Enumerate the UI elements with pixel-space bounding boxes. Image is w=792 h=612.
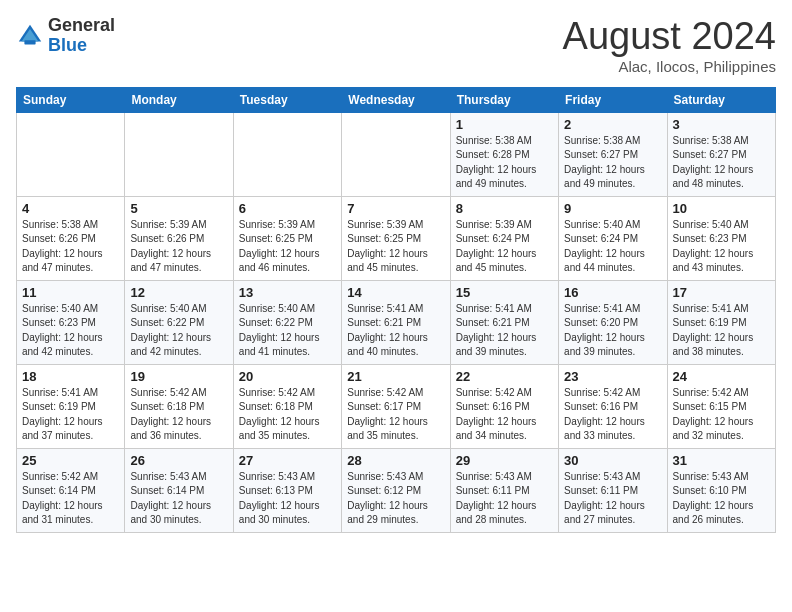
- day-info: Sunrise: 5:38 AM Sunset: 6:28 PM Dayligh…: [456, 134, 553, 192]
- day-number: 15: [456, 285, 553, 300]
- day-info: Sunrise: 5:39 AM Sunset: 6:26 PM Dayligh…: [130, 218, 227, 276]
- calendar-cell: 12Sunrise: 5:40 AM Sunset: 6:22 PM Dayli…: [125, 280, 233, 364]
- day-info: Sunrise: 5:40 AM Sunset: 6:24 PM Dayligh…: [564, 218, 661, 276]
- day-number: 18: [22, 369, 119, 384]
- calendar-cell: 26Sunrise: 5:43 AM Sunset: 6:14 PM Dayli…: [125, 448, 233, 532]
- day-info: Sunrise: 5:42 AM Sunset: 6:17 PM Dayligh…: [347, 386, 444, 444]
- day-info: Sunrise: 5:43 AM Sunset: 6:11 PM Dayligh…: [456, 470, 553, 528]
- day-info: Sunrise: 5:43 AM Sunset: 6:10 PM Dayligh…: [673, 470, 770, 528]
- day-number: 27: [239, 453, 336, 468]
- day-info: Sunrise: 5:38 AM Sunset: 6:27 PM Dayligh…: [673, 134, 770, 192]
- calendar-cell: [233, 112, 341, 196]
- logo-blue-text: Blue: [48, 36, 115, 56]
- day-number: 10: [673, 201, 770, 216]
- day-info: Sunrise: 5:43 AM Sunset: 6:14 PM Dayligh…: [130, 470, 227, 528]
- calendar-cell: 27Sunrise: 5:43 AM Sunset: 6:13 PM Dayli…: [233, 448, 341, 532]
- title-block: August 2024 Alac, Ilocos, Philippines: [563, 16, 776, 75]
- day-number: 13: [239, 285, 336, 300]
- calendar-cell: 21Sunrise: 5:42 AM Sunset: 6:17 PM Dayli…: [342, 364, 450, 448]
- day-info: Sunrise: 5:41 AM Sunset: 6:19 PM Dayligh…: [673, 302, 770, 360]
- day-number: 1: [456, 117, 553, 132]
- day-info: Sunrise: 5:43 AM Sunset: 6:12 PM Dayligh…: [347, 470, 444, 528]
- week-row-3: 11Sunrise: 5:40 AM Sunset: 6:23 PM Dayli…: [17, 280, 776, 364]
- day-info: Sunrise: 5:41 AM Sunset: 6:20 PM Dayligh…: [564, 302, 661, 360]
- calendar-cell: 31Sunrise: 5:43 AM Sunset: 6:10 PM Dayli…: [667, 448, 775, 532]
- calendar-cell: 13Sunrise: 5:40 AM Sunset: 6:22 PM Dayli…: [233, 280, 341, 364]
- calendar-cell: 5Sunrise: 5:39 AM Sunset: 6:26 PM Daylig…: [125, 196, 233, 280]
- day-number: 16: [564, 285, 661, 300]
- week-row-1: 1Sunrise: 5:38 AM Sunset: 6:28 PM Daylig…: [17, 112, 776, 196]
- calendar-cell: 25Sunrise: 5:42 AM Sunset: 6:14 PM Dayli…: [17, 448, 125, 532]
- day-number: 2: [564, 117, 661, 132]
- day-number: 24: [673, 369, 770, 384]
- day-info: Sunrise: 5:40 AM Sunset: 6:23 PM Dayligh…: [22, 302, 119, 360]
- day-info: Sunrise: 5:38 AM Sunset: 6:27 PM Dayligh…: [564, 134, 661, 192]
- calendar-cell: 29Sunrise: 5:43 AM Sunset: 6:11 PM Dayli…: [450, 448, 558, 532]
- page-header: General Blue August 2024 Alac, Ilocos, P…: [16, 16, 776, 75]
- week-row-2: 4Sunrise: 5:38 AM Sunset: 6:26 PM Daylig…: [17, 196, 776, 280]
- calendar-cell: 30Sunrise: 5:43 AM Sunset: 6:11 PM Dayli…: [559, 448, 667, 532]
- day-number: 21: [347, 369, 444, 384]
- calendar-cell: 15Sunrise: 5:41 AM Sunset: 6:21 PM Dayli…: [450, 280, 558, 364]
- day-info: Sunrise: 5:42 AM Sunset: 6:18 PM Dayligh…: [130, 386, 227, 444]
- day-info: Sunrise: 5:39 AM Sunset: 6:25 PM Dayligh…: [347, 218, 444, 276]
- calendar-cell: 4Sunrise: 5:38 AM Sunset: 6:26 PM Daylig…: [17, 196, 125, 280]
- calendar-cell: 23Sunrise: 5:42 AM Sunset: 6:16 PM Dayli…: [559, 364, 667, 448]
- calendar-cell: 18Sunrise: 5:41 AM Sunset: 6:19 PM Dayli…: [17, 364, 125, 448]
- week-row-4: 18Sunrise: 5:41 AM Sunset: 6:19 PM Dayli…: [17, 364, 776, 448]
- day-number: 22: [456, 369, 553, 384]
- day-info: Sunrise: 5:42 AM Sunset: 6:18 PM Dayligh…: [239, 386, 336, 444]
- day-number: 12: [130, 285, 227, 300]
- day-info: Sunrise: 5:40 AM Sunset: 6:23 PM Dayligh…: [673, 218, 770, 276]
- day-number: 25: [22, 453, 119, 468]
- day-info: Sunrise: 5:41 AM Sunset: 6:21 PM Dayligh…: [347, 302, 444, 360]
- calendar-cell: 11Sunrise: 5:40 AM Sunset: 6:23 PM Dayli…: [17, 280, 125, 364]
- calendar-cell: 24Sunrise: 5:42 AM Sunset: 6:15 PM Dayli…: [667, 364, 775, 448]
- calendar-cell: 17Sunrise: 5:41 AM Sunset: 6:19 PM Dayli…: [667, 280, 775, 364]
- day-number: 11: [22, 285, 119, 300]
- day-number: 19: [130, 369, 227, 384]
- weekday-header-thursday: Thursday: [450, 87, 558, 112]
- day-number: 30: [564, 453, 661, 468]
- calendar-cell: [125, 112, 233, 196]
- calendar-cell: [17, 112, 125, 196]
- weekday-header-sunday: Sunday: [17, 87, 125, 112]
- day-number: 6: [239, 201, 336, 216]
- day-info: Sunrise: 5:42 AM Sunset: 6:16 PM Dayligh…: [456, 386, 553, 444]
- day-number: 3: [673, 117, 770, 132]
- logo-general-text: General: [48, 16, 115, 36]
- weekday-header-tuesday: Tuesday: [233, 87, 341, 112]
- calendar-cell: 10Sunrise: 5:40 AM Sunset: 6:23 PM Dayli…: [667, 196, 775, 280]
- logo-icon: [16, 22, 44, 50]
- weekday-header-friday: Friday: [559, 87, 667, 112]
- calendar-cell: [342, 112, 450, 196]
- weekday-header-wednesday: Wednesday: [342, 87, 450, 112]
- day-info: Sunrise: 5:43 AM Sunset: 6:13 PM Dayligh…: [239, 470, 336, 528]
- day-number: 5: [130, 201, 227, 216]
- calendar-cell: 9Sunrise: 5:40 AM Sunset: 6:24 PM Daylig…: [559, 196, 667, 280]
- day-info: Sunrise: 5:40 AM Sunset: 6:22 PM Dayligh…: [130, 302, 227, 360]
- week-row-5: 25Sunrise: 5:42 AM Sunset: 6:14 PM Dayli…: [17, 448, 776, 532]
- calendar-cell: 6Sunrise: 5:39 AM Sunset: 6:25 PM Daylig…: [233, 196, 341, 280]
- day-number: 28: [347, 453, 444, 468]
- calendar-cell: 3Sunrise: 5:38 AM Sunset: 6:27 PM Daylig…: [667, 112, 775, 196]
- location-subtitle: Alac, Ilocos, Philippines: [563, 58, 776, 75]
- day-info: Sunrise: 5:42 AM Sunset: 6:14 PM Dayligh…: [22, 470, 119, 528]
- weekday-header-saturday: Saturday: [667, 87, 775, 112]
- day-info: Sunrise: 5:42 AM Sunset: 6:16 PM Dayligh…: [564, 386, 661, 444]
- day-number: 8: [456, 201, 553, 216]
- calendar-cell: 7Sunrise: 5:39 AM Sunset: 6:25 PM Daylig…: [342, 196, 450, 280]
- day-number: 17: [673, 285, 770, 300]
- calendar-cell: 22Sunrise: 5:42 AM Sunset: 6:16 PM Dayli…: [450, 364, 558, 448]
- calendar-cell: 20Sunrise: 5:42 AM Sunset: 6:18 PM Dayli…: [233, 364, 341, 448]
- day-number: 20: [239, 369, 336, 384]
- day-number: 14: [347, 285, 444, 300]
- day-info: Sunrise: 5:43 AM Sunset: 6:11 PM Dayligh…: [564, 470, 661, 528]
- day-info: Sunrise: 5:40 AM Sunset: 6:22 PM Dayligh…: [239, 302, 336, 360]
- day-info: Sunrise: 5:38 AM Sunset: 6:26 PM Dayligh…: [22, 218, 119, 276]
- weekday-header-row: SundayMondayTuesdayWednesdayThursdayFrid…: [17, 87, 776, 112]
- day-number: 7: [347, 201, 444, 216]
- day-number: 23: [564, 369, 661, 384]
- calendar-table: SundayMondayTuesdayWednesdayThursdayFrid…: [16, 87, 776, 533]
- calendar-cell: 16Sunrise: 5:41 AM Sunset: 6:20 PM Dayli…: [559, 280, 667, 364]
